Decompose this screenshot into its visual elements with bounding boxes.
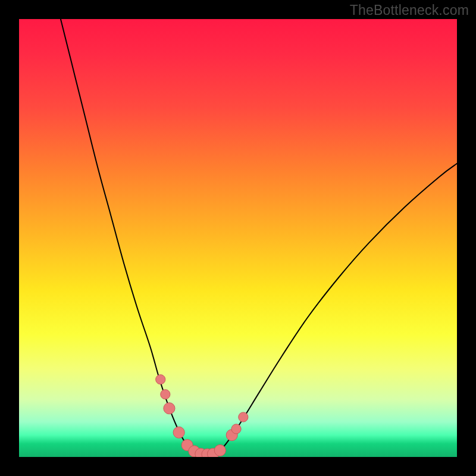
data-marker [156, 375, 165, 384]
watermark-text: TheBottleneck.com [350, 2, 469, 18]
data-marker [164, 403, 175, 414]
data-marker [239, 412, 248, 422]
data-marker [173, 427, 184, 438]
plot-area [19, 19, 457, 457]
curve-right-curve [212, 164, 457, 455]
chart-frame: TheBottleneck.com [0, 0, 476, 476]
data-marker [214, 444, 226, 456]
data-marker [161, 390, 170, 399]
data-marker [231, 424, 241, 434]
bottleneck-curves [19, 19, 457, 457]
curve-left-curve [61, 19, 212, 455]
